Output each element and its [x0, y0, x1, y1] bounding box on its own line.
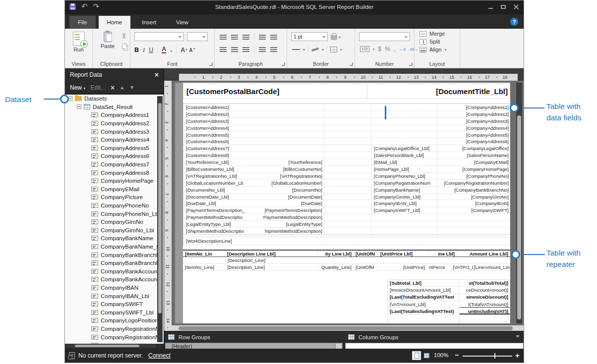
report-cell[interactable]: [372, 138, 437, 145]
report-cell[interactable]: [CompanyHomePage]: [437, 166, 510, 172]
report-cell[interactable]: [CompanyAddress2]: [437, 111, 510, 117]
report-cell[interactable]: [Last(TotalIncludingVATText): [388, 308, 460, 314]
tree-node-field[interactable]: CompanyPhoneNo_Lb: [65, 209, 164, 218]
tree-node-field[interactable]: CompanyGiroNo: [65, 218, 164, 226]
report-cell[interactable]: st(TotalSubTotal)]: [460, 280, 510, 286]
help-icon[interactable]: ?: [510, 18, 518, 26]
item-header-cell[interactable]: [UnitOfN: [354, 251, 378, 257]
report-cell[interactable]: [Description_Line]: [225, 258, 266, 263]
tree-node-field[interactable]: CompanyBankBranchN: [65, 251, 164, 259]
font-family-select[interactable]: [134, 32, 184, 41]
zoom-slider-thumb[interactable]: [494, 353, 495, 359]
design-view-button[interactable]: [412, 351, 421, 360]
new-button[interactable]: New ▾: [70, 84, 85, 91]
customer-postal-barcode-cell[interactable]: [CustomerPostalBarCode]: [183, 84, 367, 99]
tree-horizontal-scrollbar[interactable]: [66, 344, 156, 348]
report-page[interactable]: [CustomerPostalBarCode] [DocumentTitle_L…: [183, 83, 510, 323]
maximize-icon[interactable]: [501, 5, 506, 9]
report-cell[interactable]: [258, 125, 324, 131]
report-cell[interactable]: hipmentMethodDescription]: [258, 228, 324, 234]
number-format-select[interactable]: [359, 32, 410, 41]
tree-node-field[interactable]: CompanyEMail: [65, 185, 164, 194]
grouping-options-dropdown-icon[interactable]: [516, 335, 520, 340]
tree-node-field[interactable]: CompanyBankAccoun: [65, 267, 164, 275]
report-cell[interactable]: [372, 214, 437, 220]
item-header-cell[interactable]: ity Line Lbl]: [318, 251, 354, 257]
font-dialog-launcher-icon[interactable]: [209, 62, 213, 66]
tree-node-field[interactable]: CompanyPhoneNo: [65, 202, 164, 210]
report-cell[interactable]: sInvoiceDiscount)]: [460, 294, 510, 300]
report-cell[interactable]: [VATAmount_Lbl]: [388, 322, 460, 323]
zoom-slider[interactable]: [463, 356, 512, 357]
numbered-list-icon[interactable]: [270, 47, 277, 52]
align-right-icon[interactable]: [242, 47, 249, 52]
report-cell[interactable]: [CustomerAddress6]: [183, 138, 258, 145]
report-cell[interactable]: [CustomerAddress3]: [183, 118, 258, 124]
report-cell[interactable]: [CustomerAddress2]: [183, 111, 258, 117]
item-header-cell[interactable]: [Description Line Lbl]: [225, 251, 318, 257]
report-cell[interactable]: [324, 194, 372, 200]
report-cell[interactable]: [CompanyGiroNo_Lbl]: [372, 194, 437, 200]
report-cell[interactable]: [PaymentTermsDescription]: [258, 207, 324, 213]
report-cell[interactable]: [258, 111, 324, 117]
tab-file[interactable]: File: [69, 16, 96, 29]
document-title-cell[interactable]: [DocumentTitle_Lbl]: [367, 84, 510, 99]
report-cell[interactable]: Quantity_Line]: [318, 264, 354, 270]
tab-view[interactable]: View: [168, 16, 197, 29]
grow-font-button[interactable]: A▲: [180, 47, 185, 53]
report-cell[interactable]: [CompanyIBAN_Lbl]: [372, 200, 437, 207]
item-header-cell[interactable]: ine Lbl]: [429, 251, 457, 257]
tree-node-field[interactable]: CompanySWIFT: [65, 300, 164, 309]
report-cell[interactable]: PaymentMethodDescription]: [258, 214, 324, 220]
report-cell[interactable]: [CompanyGiroNo]: [437, 194, 510, 200]
report-cell[interactable]: [324, 228, 372, 234]
report-cell[interactable]: [324, 159, 372, 165]
report-cell[interactable]: [UnitPrice]: [378, 264, 427, 270]
copy-icon[interactable]: [122, 44, 126, 49]
report-cell[interactable]: [DocumentDate_Lbl]: [183, 194, 258, 200]
report-cell[interactable]: [258, 118, 324, 124]
item-header-cell[interactable]: [ItemNo_Lin: [183, 251, 225, 257]
report-cell[interactable]: [CompanySWIFT_Lbl]: [372, 207, 437, 213]
zoom-in-icon[interactable]: +: [515, 351, 520, 360]
report-cell[interactable]: [388, 315, 460, 321]
report-cell[interactable]: [VATAmount_Lbl]: [388, 301, 460, 308]
report-cell[interactable]: [DocumentNo]: [258, 187, 324, 193]
align-button[interactable]: Align ▾: [415, 45, 460, 52]
report-cell[interactable]: [372, 228, 437, 234]
bullet-list-icon[interactable]: [259, 47, 266, 52]
move-down-icon[interactable]: ▼: [129, 85, 134, 90]
work-description-cell[interactable]: [WorkDescriptionLine]: [183, 237, 510, 245]
tree-node-field[interactable]: CompanyBankName_L: [65, 243, 164, 251]
report-cell[interactable]: [372, 111, 437, 117]
tree-node-field[interactable]: CompanyHomePage: [65, 177, 164, 185]
item-header-cell[interactable]: Amount Line Lbl]: [457, 251, 510, 257]
report-cell[interactable]: [324, 152, 372, 158]
report-cell[interactable]: t(TotalVATAmount)]: [460, 301, 510, 308]
report-cell[interactable]: [324, 111, 372, 117]
report-cell[interactable]: [258, 145, 324, 152]
report-cell[interactable]: [PaymentTermsDescription_: [183, 207, 258, 213]
number-dialog-launcher-icon[interactable]: [409, 62, 413, 66]
report-cell[interactable]: [372, 118, 437, 124]
currency-icon[interactable]: $: [378, 46, 382, 52]
split-button[interactable]: Split: [415, 37, 460, 45]
report-cell[interactable]: [CompanyAddress6]: [437, 138, 510, 145]
report-cell[interactable]: [DocumentDate]: [258, 194, 324, 200]
report-cell[interactable]: [324, 166, 372, 172]
report-cell[interactable]: [324, 207, 372, 213]
report-cell[interactable]: [VATRegistrationNo]: [258, 173, 324, 179]
report-cell[interactable]: [CompanyPhoneNo_Lbl]: [372, 173, 437, 179]
report-cell[interactable]: [UnitOfM: [354, 264, 378, 270]
report-cell[interactable]: [324, 200, 372, 207]
panel-close-icon[interactable]: ×: [155, 71, 159, 78]
tree-vertical-scrollbar[interactable]: [157, 96, 163, 342]
tree-node-field[interactable]: CompanyBankAccoun: [65, 275, 164, 284]
percent-icon[interactable]: %: [385, 46, 390, 52]
report-cell[interactable]: [BilltoCustomerNo_Lbl]: [183, 166, 258, 172]
report-cell[interactable]: [324, 180, 372, 186]
report-cell[interactable]: [324, 125, 372, 131]
number-format-icon[interactable]: 123: [360, 46, 369, 52]
report-cell[interactable]: [CustomerAddress4]: [183, 125, 258, 131]
tree-node-field[interactable]: CompanyLogoPosition: [65, 316, 164, 325]
